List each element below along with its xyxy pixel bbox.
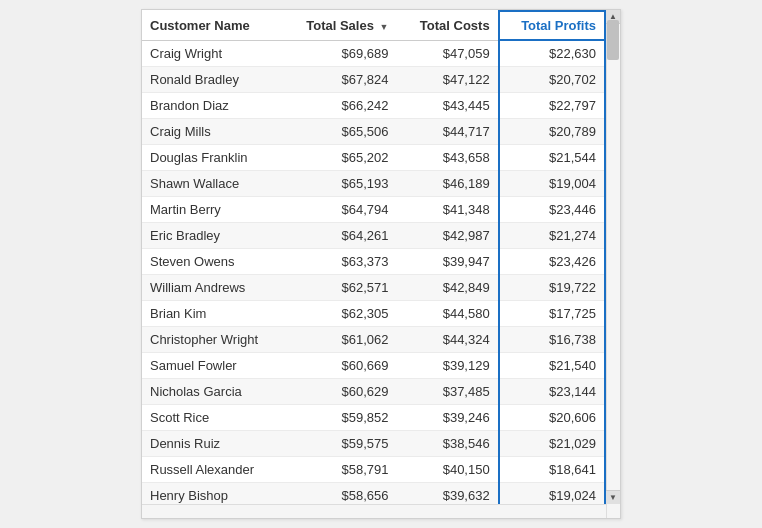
scroll-arrow-down[interactable]: ▼: [606, 490, 620, 504]
table-row: Ronald Bradley$67,824$47,122$20,702: [142, 67, 605, 93]
cell-customer-name: Brian Kim: [142, 301, 284, 327]
cell-total-profits: $22,797: [499, 93, 605, 119]
cell-customer-name: Samuel Fowler: [142, 353, 284, 379]
cell-customer-name: Steven Owens: [142, 249, 284, 275]
cell-total-costs: $37,485: [396, 379, 498, 405]
cell-total-costs: $40,150: [396, 457, 498, 483]
cell-total-profits: $21,540: [499, 353, 605, 379]
cell-customer-name: Douglas Franklin: [142, 145, 284, 171]
cell-customer-name: Dennis Ruiz: [142, 431, 284, 457]
cell-total-costs: $39,947: [396, 249, 498, 275]
table-row: Russell Alexander$58,791$40,150$18,641: [142, 457, 605, 483]
cell-total-costs: $47,059: [396, 40, 498, 67]
cell-customer-name: William Andrews: [142, 275, 284, 301]
col-header-name[interactable]: Customer Name: [142, 11, 284, 40]
cell-total-sales: $59,575: [284, 431, 396, 457]
col-header-profits[interactable]: Total Profits: [499, 11, 605, 40]
table-row: Brian Kim$62,305$44,580$17,725: [142, 301, 605, 327]
cell-total-sales: $58,791: [284, 457, 396, 483]
table-row: Christopher Wright$61,062$44,324$16,738: [142, 327, 605, 353]
scroll-thumb[interactable]: [607, 20, 619, 60]
table-row: Craig Mills$65,506$44,717$20,789: [142, 119, 605, 145]
cell-customer-name: Scott Rice: [142, 405, 284, 431]
cell-customer-name: Russell Alexander: [142, 457, 284, 483]
cell-customer-name: Brandon Diaz: [142, 93, 284, 119]
vertical-scrollbar[interactable]: ▲ ▼: [606, 10, 620, 518]
cell-total-sales: $67,824: [284, 67, 396, 93]
cell-total-profits: $21,029: [499, 431, 605, 457]
cell-total-profits: $21,274: [499, 223, 605, 249]
table-row: Eric Bradley$64,261$42,987$21,274: [142, 223, 605, 249]
cell-total-sales: $59,852: [284, 405, 396, 431]
cell-total-profits: $17,725: [499, 301, 605, 327]
table-row: Nicholas Garcia$60,629$37,485$23,144: [142, 379, 605, 405]
table-row: William Andrews$62,571$42,849$19,722: [142, 275, 605, 301]
sort-arrow-sales: ▼: [380, 22, 389, 32]
cell-total-costs: $44,324: [396, 327, 498, 353]
cell-total-profits: $22,630: [499, 40, 605, 67]
cell-total-costs: $39,246: [396, 405, 498, 431]
cell-total-sales: $61,062: [284, 327, 396, 353]
cell-total-profits: $20,789: [499, 119, 605, 145]
table-row: Steven Owens$63,373$39,947$23,426: [142, 249, 605, 275]
col-header-costs[interactable]: Total Costs: [396, 11, 498, 40]
cell-total-costs: $41,348: [396, 197, 498, 223]
table-row: Dennis Ruiz$59,575$38,546$21,029: [142, 431, 605, 457]
cell-total-profits: $21,544: [499, 145, 605, 171]
cell-total-sales: $65,202: [284, 145, 396, 171]
cell-total-profits: $20,702: [499, 67, 605, 93]
col-header-sales[interactable]: Total Sales ▼: [284, 11, 396, 40]
cell-total-sales: $69,689: [284, 40, 396, 67]
cell-total-sales: $62,571: [284, 275, 396, 301]
data-table: Customer Name Total Sales ▼ Total Costs …: [141, 9, 621, 519]
cell-total-profits: $18,641: [499, 457, 605, 483]
cell-total-profits: $23,144: [499, 379, 605, 405]
table-row: Samuel Fowler$60,669$39,129$21,540: [142, 353, 605, 379]
cell-total-profits: $23,446: [499, 197, 605, 223]
cell-total-profits: $19,722: [499, 275, 605, 301]
table-row: Martin Berry$64,794$41,348$23,446: [142, 197, 605, 223]
cell-total-sales: $60,669: [284, 353, 396, 379]
cell-total-costs: $38,546: [396, 431, 498, 457]
cell-total-sales: $64,261: [284, 223, 396, 249]
cell-total-costs: $42,849: [396, 275, 498, 301]
cell-total-profits: $20,606: [499, 405, 605, 431]
cell-customer-name: Shawn Wallace: [142, 171, 284, 197]
cell-total-profits: $16,738: [499, 327, 605, 353]
cell-total-sales: $65,193: [284, 171, 396, 197]
cell-total-costs: $43,658: [396, 145, 498, 171]
cell-customer-name: Ronald Bradley: [142, 67, 284, 93]
cell-customer-name: Craig Wright: [142, 40, 284, 67]
cell-total-sales: $66,242: [284, 93, 396, 119]
cell-total-sales: $65,506: [284, 119, 396, 145]
cell-total-costs: $39,129: [396, 353, 498, 379]
cell-total-profits: $23,426: [499, 249, 605, 275]
cell-total-costs: $47,122: [396, 67, 498, 93]
horizontal-scrollbar[interactable]: [142, 504, 606, 518]
cell-total-sales: $62,305: [284, 301, 396, 327]
table-row: Brandon Diaz$66,242$43,445$22,797: [142, 93, 605, 119]
cell-total-costs: $46,189: [396, 171, 498, 197]
cell-total-costs: $44,717: [396, 119, 498, 145]
cell-customer-name: Craig Mills: [142, 119, 284, 145]
cell-total-sales: $64,794: [284, 197, 396, 223]
table-row: Scott Rice$59,852$39,246$20,606: [142, 405, 605, 431]
cell-customer-name: Eric Bradley: [142, 223, 284, 249]
cell-total-profits: $19,004: [499, 171, 605, 197]
cell-customer-name: Christopher Wright: [142, 327, 284, 353]
cell-total-sales: $60,629: [284, 379, 396, 405]
cell-total-sales: $63,373: [284, 249, 396, 275]
table-row: Craig Wright$69,689$47,059$22,630: [142, 40, 605, 67]
cell-customer-name: Nicholas Garcia: [142, 379, 284, 405]
cell-total-costs: $44,580: [396, 301, 498, 327]
table-row: Douglas Franklin$65,202$43,658$21,544: [142, 145, 605, 171]
cell-total-costs: $43,445: [396, 93, 498, 119]
cell-total-costs: $42,987: [396, 223, 498, 249]
cell-customer-name: Martin Berry: [142, 197, 284, 223]
table-header-row: Customer Name Total Sales ▼ Total Costs …: [142, 11, 605, 40]
table-row: Shawn Wallace$65,193$46,189$19,004: [142, 171, 605, 197]
